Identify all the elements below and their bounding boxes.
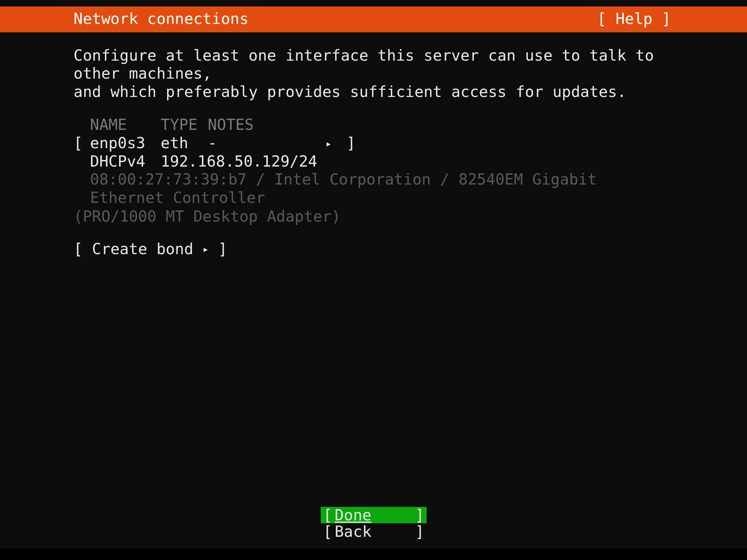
main-content: Configure at least one interface this se… (0, 32, 747, 258)
interface-notes: - (208, 134, 326, 152)
done-button-label: Done (335, 506, 371, 524)
interface-enp0s3-row[interactable]: [ enp0s3eth-▸ ] (73, 134, 674, 152)
screen-description: Configure at least one interface this se… (73, 46, 674, 101)
interface-hardware-line2: (PRO/1000 MT Desktop Adapter) (73, 207, 674, 226)
screen-title: Network connections (73, 10, 248, 28)
interface-hardware-line1: 08:00:27:73:39:b7 / Intel Corporation / … (90, 171, 674, 207)
header-name: NAME (90, 116, 161, 134)
row-open-bracket: [ (73, 240, 92, 257)
header-type: TYPE (161, 116, 208, 134)
interface-name: enp0s3 (90, 134, 161, 152)
interface-type: eth (161, 134, 208, 152)
header-bar: Network connections [ Help ] (0, 6, 747, 32)
interface-ip: 192.168.50.129/24 (161, 152, 317, 170)
window-top-border (0, 0, 747, 6)
header-notes: NOTES (208, 116, 254, 134)
interface-table-header: NAMETYPENOTES (90, 116, 674, 134)
back-button-label: Back (332, 524, 415, 541)
done-button[interactable]: [ Done ] (321, 507, 427, 524)
footer-buttons: [ Done ] [ Back ] (321, 507, 427, 541)
button-close-bracket: ] (415, 507, 424, 524)
help-button[interactable]: [ Help ] (597, 10, 671, 28)
button-open-bracket: [ (323, 507, 332, 524)
row-close-bracket: ] (337, 134, 356, 152)
interface-address-row: DHCPv4192.168.50.129/24 (90, 152, 674, 171)
row-open-bracket: [ (73, 134, 90, 152)
chevron-right-icon: ▸ (326, 137, 337, 150)
dhcp-mode: DHCPv4 (90, 152, 161, 171)
back-button[interactable]: [ Back ] (321, 524, 427, 541)
button-close-bracket: ] (415, 524, 424, 541)
create-bond-button[interactable]: [ Create bond ▸ ] (73, 240, 674, 258)
create-bond-label: Create bond (92, 240, 193, 257)
chevron-right-icon: ▸ (193, 240, 209, 257)
row-close-bracket: ] (209, 240, 227, 257)
button-open-bracket: [ (323, 524, 332, 541)
